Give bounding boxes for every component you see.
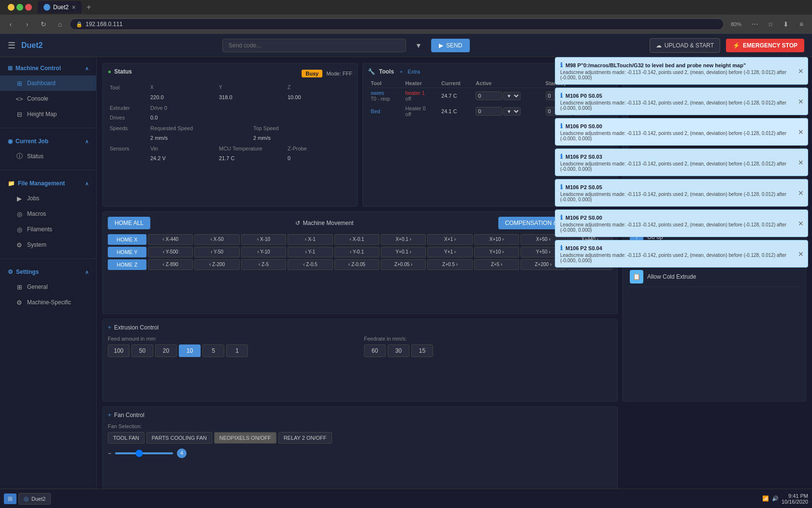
home-y-button[interactable]: HOME Y [108, 247, 146, 257]
notif-close-6[interactable]: ✕ [798, 250, 804, 258]
notif-body-3: Leadscrew adjustments made: -0.113 -0.14… [560, 161, 803, 172]
z-plus-005-button[interactable]: Z+0.05 › [381, 259, 426, 270]
send-code-input[interactable] [222, 39, 406, 52]
feed-50-button[interactable]: 50 [131, 344, 153, 357]
notif-close-4[interactable]: ✕ [798, 189, 804, 197]
x-minus-01-button[interactable]: ‹ X-0.1 [334, 234, 379, 245]
bed-active-select[interactable]: ▼ [503, 107, 521, 116]
address-bar[interactable]: 🔒 192.168.0.111 [70, 18, 724, 30]
y-plus-01-button[interactable]: Y+0.1 › [381, 247, 426, 257]
taskbar-app-chrome[interactable]: ◎ Duet2 [18, 493, 51, 505]
upload-button[interactable]: ☁ UPLOAD & START [650, 38, 720, 53]
feed-10-button[interactable]: 10 [179, 344, 201, 357]
sidebar-item-system[interactable]: ⚙ System [0, 237, 96, 253]
bookmark-button[interactable]: ☆ [764, 17, 777, 31]
feed-20-button[interactable]: 20 [155, 344, 177, 357]
sidebar-item-heightmap[interactable]: ⊟ Height Map [0, 106, 96, 122]
sidebar-item-general[interactable]: ⊞ General [0, 279, 96, 295]
active-tab[interactable]: Duet2 ✕ [38, 1, 82, 14]
general-label: General [27, 284, 48, 290]
extra-link[interactable]: Extra [408, 69, 420, 75]
z-plus-05-button[interactable]: Z+0.5 › [427, 259, 472, 270]
y-plus-1-button[interactable]: Y+1 › [427, 247, 472, 257]
z-minus-05-button[interactable]: ‹ Z-0.5 [288, 259, 333, 270]
refresh-button[interactable]: ↻ [37, 17, 50, 31]
extensions-button[interactable]: ⋯ [748, 17, 762, 31]
z-minus-5-button[interactable]: ‹ Z-5 [241, 259, 286, 270]
notif-close-5[interactable]: ✕ [798, 220, 804, 227]
tool1-active-select[interactable]: ▼ [503, 92, 521, 100]
start-button[interactable]: ⊞ [4, 493, 16, 504]
z-minus-005-button[interactable]: ‹ Z-0.05 [334, 259, 379, 270]
send-button[interactable]: ▶ SEND [431, 39, 470, 52]
back-button[interactable]: ‹ [4, 17, 17, 31]
menu-button[interactable]: ≡ [795, 17, 808, 31]
relay2-button[interactable]: RELAY 2 ON/OFF [278, 432, 332, 444]
x-plus-1-button[interactable]: X+1 › [427, 234, 472, 245]
top-speed-label: Top Speed [251, 124, 352, 132]
chrome-icon: ◎ [24, 495, 29, 502]
x-minus-50-button[interactable]: ‹ X-50 [194, 234, 239, 245]
tool-fan-button[interactable]: TOOL FAN [108, 432, 145, 444]
feed-1-button[interactable]: 1 [226, 344, 248, 357]
sidebar-item-dashboard[interactable]: ⊞ Dashboard [0, 75, 96, 91]
sidebar-section-settings-header[interactable]: ⚙ Settings ∧ [0, 265, 96, 279]
tab-close-button[interactable]: ✕ [72, 4, 76, 11]
x-plus-10-button[interactable]: X+10 › [474, 234, 519, 245]
home-z-button[interactable]: HOME Z [108, 259, 146, 270]
y-plus-10-button[interactable]: Y+10 › [474, 247, 519, 257]
send-dropdown-button[interactable]: ▼ [412, 39, 425, 52]
z-minus-890-button[interactable]: ‹ Z-890 [148, 259, 193, 270]
sidebar-section-file-management[interactable]: 📁 File Management ∧ [0, 176, 96, 191]
z-plus-5-button[interactable]: Z+5 › [474, 259, 519, 270]
x-plus-01-button[interactable]: X+0.1 › [381, 234, 426, 245]
sidebar-item-status[interactable]: ⓘ Status [0, 149, 96, 164]
sidebar-item-machine-specific[interactable]: ⚙ Machine-Specific [0, 295, 96, 310]
neopixels-button[interactable]: NEOPIXELS ON/OFF [214, 432, 276, 444]
x-minus-1-button[interactable]: ‹ X-1 [288, 234, 333, 245]
col-tool: Tool [368, 79, 403, 88]
y-minus-50-button[interactable]: ‹ Y-50 [194, 247, 239, 257]
y-minus-01-button[interactable]: ‹ Y-0.1 [334, 247, 379, 257]
notif-close-3[interactable]: ✕ [798, 159, 804, 166]
sidebar-item-console[interactable]: <> Console [0, 91, 96, 106]
home-all-button[interactable]: HOME ALL [108, 217, 150, 229]
tool1-name[interactable]: swies [371, 90, 384, 96]
parts-cooling-fan-button[interactable]: PARTS COOLING FAN [146, 432, 212, 444]
forward-button[interactable]: › [20, 17, 34, 31]
home-button[interactable]: ⌂ [53, 17, 67, 31]
bed-active-input[interactable] [476, 107, 502, 116]
sidebar-section-current-job[interactable]: ◉ Current Job ∧ [0, 134, 96, 149]
download-button[interactable]: ⬇ [779, 17, 793, 31]
feedrate-30-button[interactable]: 30 [388, 344, 409, 357]
extrusion-title: Extrusion Control [114, 324, 159, 331]
fan-slider[interactable] [115, 452, 173, 454]
sidebar-item-filaments[interactable]: ◎ Filaments [0, 222, 96, 237]
y-minus-10-button[interactable]: ‹ Y-10 [241, 247, 286, 257]
x-minus-440-button[interactable]: ‹ X-440 [148, 234, 193, 245]
sidebar-section-machine-control[interactable]: ⊞ Machine Control ∧ [0, 61, 96, 75]
notif-close-0[interactable]: ✕ [798, 67, 804, 75]
minimize-button[interactable] [8, 4, 14, 11]
feedrate-60-button[interactable]: 60 [364, 344, 386, 357]
home-x-button[interactable]: HOME X [108, 234, 146, 245]
notif-title-2: M106 P0 S0.00 [566, 123, 602, 129]
menu-icon[interactable]: ☰ [8, 40, 15, 51]
feed-100-button[interactable]: 100 [108, 344, 130, 357]
notif-close-1[interactable]: ✕ [798, 98, 804, 105]
bed-name[interactable]: Bed [371, 108, 380, 114]
sidebar-item-macros[interactable]: ◎ Macros [0, 206, 96, 222]
emergency-stop-button[interactable]: ⚡ EMERGENCY STOP [726, 39, 804, 52]
feed-5-button[interactable]: 5 [203, 344, 224, 357]
x-minus-10-button[interactable]: ‹ X-10 [241, 234, 286, 245]
sidebar-item-jobs[interactable]: ▶ Jobs [0, 191, 96, 206]
notif-close-2[interactable]: ✕ [798, 128, 804, 136]
feedrate-15-button[interactable]: 15 [411, 344, 433, 357]
maximize-button[interactable] [16, 4, 23, 11]
tool1-active-input[interactable] [476, 91, 502, 100]
close-button[interactable] [25, 4, 32, 11]
new-tab-button[interactable]: + [84, 3, 94, 12]
z-minus-200-button[interactable]: ‹ Z-200 [194, 259, 239, 270]
y-minus-1-button[interactable]: ‹ Y-1 [288, 247, 333, 257]
y-minus-500-button[interactable]: ‹ Y-500 [148, 247, 193, 257]
